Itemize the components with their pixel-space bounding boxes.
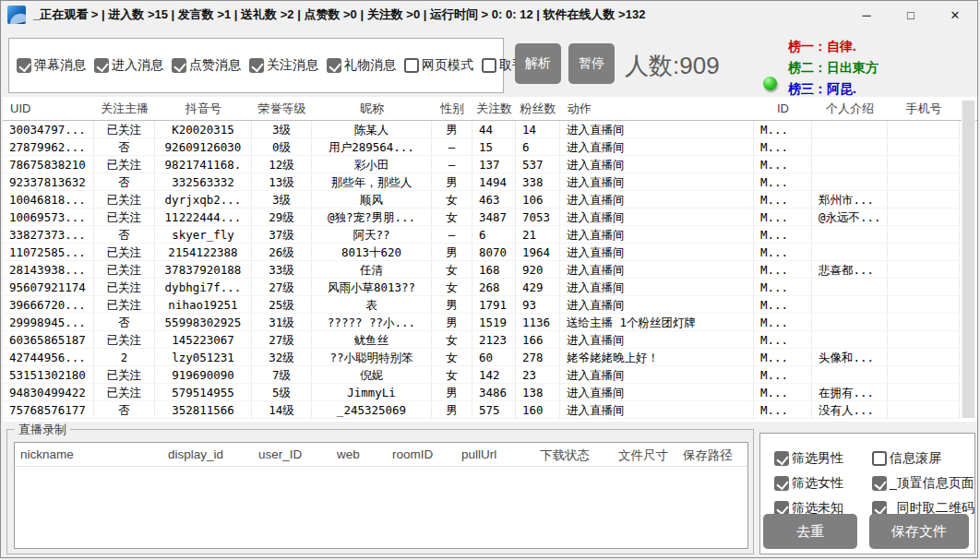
- message-checkbox-3[interactable]: 关注消息: [249, 57, 318, 74]
- col-douyin-id: K20020315: [155, 121, 252, 138]
- col-honor-level: 3级: [252, 121, 312, 138]
- recording-column-header: pullUrl: [461, 447, 496, 461]
- col-action: 送给主播 1个粉丝团灯牌: [560, 314, 754, 331]
- message-checkbox-label: 礼物消息: [344, 57, 396, 74]
- col-id: M...: [754, 401, 812, 419]
- column-header-col-following-count[interactable]: 关注数: [472, 101, 516, 117]
- table-row[interactable]: 78675838210已关注9821741168.12级彩小田–137537进入…: [3, 156, 977, 173]
- recording-column-header: display_id: [168, 447, 223, 461]
- column-header-col-fans-count[interactable]: 粉丝数: [516, 101, 560, 117]
- maximize-icon[interactable]: □: [889, 1, 933, 29]
- col-following-count: 6: [472, 226, 516, 244]
- app-window: _正在观看 > | 进入数 >15 | 发言数 >1 | 送礼数 >2 | 点赞…: [0, 0, 978, 558]
- col-douyin-id: 145223067: [155, 331, 252, 349]
- column-header-col-bio[interactable]: 个人介绍: [812, 101, 888, 117]
- checkbox-unchecked-icon[interactable]: [872, 451, 887, 466]
- message-checkbox-0[interactable]: 弹幕消息: [17, 57, 86, 74]
- vertical-scrollbar[interactable]: [962, 101, 975, 418]
- table-row[interactable]: 28143938...已关注3783792018833级任清女168920进入直…: [3, 261, 977, 279]
- message-checkbox-2[interactable]: 点赞消息: [172, 57, 241, 74]
- column-header-col-phone[interactable]: 手机号: [888, 101, 960, 117]
- col-following-count: 60: [472, 349, 516, 366]
- table-row[interactable]: 10046818...已关注dyrjxqb2...3级顺风女463106进入直播…: [3, 191, 977, 209]
- col-gender: 男: [432, 296, 472, 314]
- checkbox-checked-icon[interactable]: [172, 58, 186, 73]
- table-row[interactable]: 42744956...2lzy05123132级??小聪明特别笨女60278姥爷…: [3, 349, 977, 366]
- filter-checkbox-1[interactable]: 筛选女性: [774, 475, 872, 492]
- col-nickname: @独?宠?男朋...: [312, 209, 432, 226]
- col-fans-count: 138: [516, 384, 560, 401]
- column-header-col-honor-level[interactable]: 荣誉等级: [252, 101, 312, 117]
- table-row[interactable]: 92337813632否33256333213级那些年，那些人男1494338进…: [3, 173, 977, 191]
- checkbox-checked-icon[interactable]: [872, 476, 887, 491]
- col-honor-level: 37级: [252, 226, 312, 244]
- checkbox-checked-icon[interactable]: [249, 58, 264, 73]
- table-row[interactable]: 27879962...否926091260300级用户289564...–156…: [3, 138, 977, 156]
- column-header-col-uid[interactable]: UID: [3, 101, 94, 115]
- col-id: M...: [754, 349, 812, 366]
- filter-checkbox-3[interactable]: 信息滚屏: [872, 450, 974, 467]
- table-row[interactable]: 10069573...已关注11222444...29级@独?宠?男朋...女3…: [3, 209, 977, 226]
- col-fans-count: 93: [516, 296, 560, 314]
- table-row[interactable]: 33827373...否skyer_fly37级阿天??–621进入直播间M..…: [3, 226, 977, 244]
- column-header-col-id[interactable]: ID: [754, 101, 812, 115]
- col-bio: [812, 156, 888, 173]
- table-row[interactable]: 75768576177否35281156614级_245325069男57516…: [3, 401, 977, 419]
- table-row[interactable]: 29998945...否5599830292531级????? ??小...男1…: [3, 314, 977, 331]
- table-row[interactable]: 39666720...已关注nihao1925125级表男179193进入直播间…: [3, 296, 977, 314]
- col-bio: [812, 314, 888, 331]
- col-fans-count: 278: [516, 349, 560, 366]
- minimize-icon[interactable]: ─: [844, 1, 889, 29]
- col-gender: 男: [432, 244, 472, 261]
- column-header-col-follow-status[interactable]: 关注主播: [94, 101, 155, 117]
- col-id: M...: [754, 209, 812, 226]
- col-following-count: 168: [472, 261, 516, 279]
- close-icon[interactable]: ✕: [933, 1, 977, 29]
- filter-checkbox-4[interactable]: _顶置信息页面: [872, 475, 974, 492]
- col-honor-level: 12级: [252, 156, 312, 173]
- table-row[interactable]: 30034797...已关注K200203153级陈某人男4414进入直播间M.…: [3, 121, 977, 138]
- message-checkbox-1[interactable]: 进入消息: [94, 57, 163, 74]
- column-header-col-action[interactable]: 动作: [560, 101, 754, 117]
- table-row[interactable]: 95607921174已关注dybhgi7f...27级风雨小草8013??女2…: [3, 279, 977, 296]
- col-uid: 10046818...: [3, 191, 94, 209]
- checkbox-checked-icon[interactable]: [17, 58, 31, 73]
- column-header-col-nickname[interactable]: 昵称: [312, 101, 432, 117]
- recording-group-title: 直播录制: [15, 422, 70, 438]
- col-follow-status: 已关注: [94, 261, 155, 279]
- message-checkbox-4[interactable]: 礼物消息: [327, 57, 396, 74]
- filter-checkbox-0[interactable]: 筛选男性: [774, 450, 872, 467]
- rank-1-label: 榜一：自律.: [788, 36, 878, 57]
- checkbox-checked-icon[interactable]: [774, 451, 789, 466]
- table-row[interactable]: 53151302180已关注9196900907级倪妮女14223进入直播间M.…: [3, 366, 977, 384]
- save-file-button[interactable]: 保存文件: [869, 514, 969, 549]
- col-douyin-id: 2154122388: [155, 244, 252, 261]
- checkbox-unchecked-icon[interactable]: [482, 58, 496, 73]
- col-uid: 42744956...: [3, 349, 94, 366]
- message-checkbox-label: 关注消息: [267, 57, 318, 74]
- col-id: M...: [754, 138, 812, 156]
- dedupe-button[interactable]: 去重: [763, 514, 857, 549]
- col-phone: [888, 279, 960, 296]
- checkbox-checked-icon[interactable]: [774, 476, 789, 491]
- scrollbar-thumb[interactable]: [962, 101, 974, 418]
- col-gender: 女: [432, 191, 472, 209]
- table-row[interactable]: 60365865187已关注14522306727级鱿鱼丝女2123166进入直…: [3, 331, 977, 349]
- checkbox-checked-icon[interactable]: [327, 58, 341, 73]
- col-uid: 33827373...: [3, 226, 94, 244]
- checkbox-checked-icon[interactable]: [94, 58, 109, 73]
- col-bio: [812, 244, 888, 261]
- column-header-col-gender[interactable]: 性别: [432, 101, 472, 117]
- parse-button[interactable]: 解析: [515, 43, 561, 84]
- col-phone: [888, 366, 960, 384]
- table-row[interactable]: 94830499422已关注5795149555级JimmyLi男3486138…: [3, 384, 977, 401]
- message-checkbox-5[interactable]: 网页模式: [404, 57, 473, 74]
- col-gender: –: [432, 226, 472, 244]
- table-row[interactable]: 11072585...已关注215412238826级8013十620男8070…: [3, 244, 977, 261]
- col-uid: 78675838210: [3, 156, 94, 173]
- column-header-col-douyin-id[interactable]: 抖音号: [155, 101, 252, 117]
- col-id: M...: [754, 173, 812, 191]
- pause-button[interactable]: 暂停: [568, 43, 615, 84]
- window-controls: ─ □ ✕: [844, 1, 977, 29]
- checkbox-unchecked-icon[interactable]: [404, 58, 419, 73]
